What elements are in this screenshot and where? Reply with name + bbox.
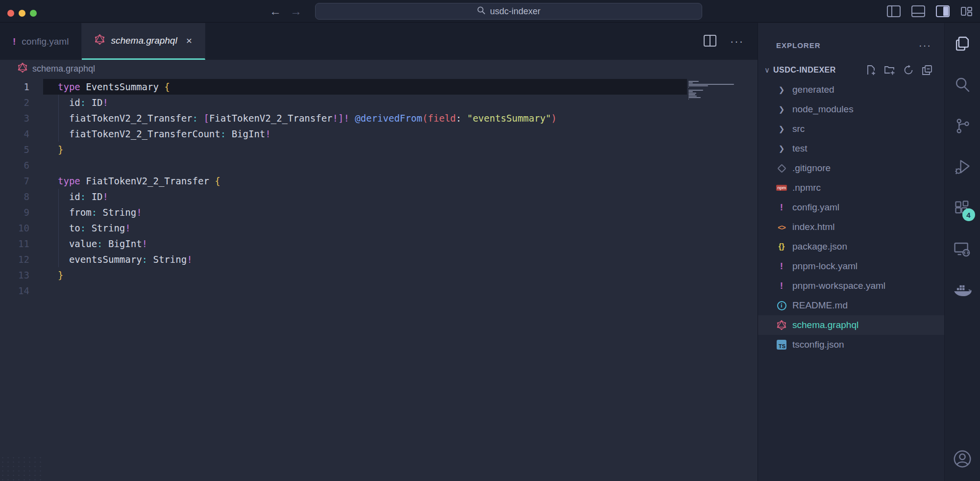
- breadcrumb[interactable]: schema.graphql: [0, 60, 758, 78]
- code-line[interactable]: 14: [0, 283, 758, 299]
- explorer-title: EXPLORER: [776, 41, 821, 50]
- tree-item-label: package.json: [792, 241, 847, 252]
- tree-file--npmrc[interactable]: npm.npmrc: [758, 178, 944, 198]
- workspace-section-header[interactable]: ∨ USDC-INDEXER: [758, 60, 944, 80]
- new-folder-icon[interactable]: [884, 65, 895, 76]
- code-line[interactable]: 11 value: BigInt!: [0, 236, 758, 252]
- minimap-line: [688, 82, 693, 83]
- chevron-right-icon: ❯: [776, 85, 787, 94]
- line-number: 11: [0, 236, 43, 252]
- line-number: 10: [0, 220, 43, 236]
- tree-item-label: .gitignore: [792, 163, 831, 174]
- more-actions-icon[interactable]: ···: [730, 36, 744, 47]
- minimap-line: [688, 84, 734, 85]
- minimap-line: [688, 85, 708, 86]
- run-debug-view-icon[interactable]: [945, 147, 980, 188]
- tree-file-pnpm-lock-yaml[interactable]: !pnpm-lock.yaml: [758, 256, 944, 276]
- close-window-button[interactable]: [7, 10, 14, 17]
- explorer-view-icon[interactable]: [945, 23, 980, 64]
- navigate-forward-button[interactable]: →: [290, 5, 302, 17]
- code-text: }: [43, 267, 687, 283]
- source-control-view-icon[interactable]: [945, 105, 980, 147]
- code-line[interactable]: 13}: [0, 267, 758, 283]
- json-file-icon: {}: [776, 242, 787, 251]
- tree-file-readme-md[interactable]: iREADME.md: [758, 296, 944, 315]
- close-tab-icon[interactable]: ×: [186, 35, 192, 47]
- line-number: 7: [0, 173, 43, 189]
- tab-label: schema.graphql: [111, 35, 177, 46]
- git-file-icon: [776, 165, 787, 172]
- code-line[interactable]: 8 id: ID!: [0, 189, 758, 204]
- code-text: eventsSummary: String!: [43, 252, 687, 267]
- editor-group: ! config.yaml schema.graphql × ···: [0, 23, 758, 481]
- search-view-icon[interactable]: [945, 64, 980, 105]
- code-line[interactable]: 10 to: String!: [0, 220, 758, 236]
- tree-file-pnpm-workspace-yaml[interactable]: !pnpm-workspace.yaml: [758, 276, 944, 296]
- split-editor-icon[interactable]: [704, 35, 716, 49]
- code-text: }: [43, 142, 687, 157]
- navigate-back-button[interactable]: ←: [270, 5, 281, 17]
- code-text: id: ID!: [43, 189, 687, 204]
- code-line[interactable]: 2 id: ID!: [0, 95, 758, 110]
- docker-view-icon[interactable]: [945, 270, 980, 311]
- graphql-file-icon: [18, 63, 27, 75]
- tree-file--gitignore[interactable]: .gitignore: [758, 158, 944, 178]
- line-number: 13: [0, 267, 43, 283]
- minimize-window-button[interactable]: [19, 10, 25, 17]
- code-text: to: String!: [43, 220, 687, 236]
- remote-explorer-view-icon[interactable]: [945, 229, 980, 270]
- code-line[interactable]: 9 from: String!: [0, 204, 758, 220]
- refresh-icon[interactable]: [903, 65, 914, 76]
- explorer-more-actions-icon[interactable]: ···: [919, 40, 931, 50]
- account-icon[interactable]: [945, 437, 980, 481]
- code-line[interactable]: 4 fiatTokenV2_2_TransferCount: BigInt!: [0, 126, 758, 142]
- toggle-secondary-sidebar-icon[interactable]: [936, 5, 950, 17]
- customize-layout-icon[interactable]: [960, 5, 973, 17]
- tree-folder-node-modules[interactable]: ❯node_modules: [758, 100, 944, 119]
- code-line[interactable]: 6: [0, 157, 758, 173]
- zoom-window-button[interactable]: [30, 10, 37, 17]
- code-line[interactable]: 3 fiatTokenV2_2_Transfer: [FiatTokenV2_2…: [0, 110, 758, 126]
- tree-item-label: pnpm-lock.yaml: [792, 261, 858, 272]
- tree-file-schema-graphql[interactable]: schema.graphql: [758, 315, 944, 335]
- tree-item-label: src: [792, 124, 805, 134]
- tree-item-label: generated: [792, 84, 834, 95]
- tree-item-label: node_modules: [792, 104, 854, 115]
- tree-file-config-yaml[interactable]: !config.yaml: [758, 198, 944, 217]
- tab-config-yaml[interactable]: ! config.yaml: [0, 23, 82, 60]
- code-line[interactable]: 12 eventsSummary: String!: [0, 252, 758, 267]
- minimap-line: [688, 91, 693, 92]
- line-number: 3: [0, 110, 43, 126]
- line-number: 4: [0, 126, 43, 142]
- minimap-line: [688, 93, 696, 94]
- code-line[interactable]: 5}: [0, 142, 758, 157]
- minimap[interactable]: [688, 81, 737, 101]
- workspace-name: USDC-INDEXER: [773, 66, 836, 75]
- toggle-primary-sidebar-icon[interactable]: [887, 5, 901, 17]
- toggle-panel-icon[interactable]: [911, 5, 925, 17]
- code-text: value: BigInt!: [43, 236, 687, 252]
- tree-file-tsconfig-json[interactable]: TStsconfig.json: [758, 335, 944, 354]
- tree-file-index-html[interactable]: <>index.html: [758, 217, 944, 237]
- command-center-search[interactable]: usdc-indexer: [315, 3, 702, 20]
- code-line[interactable]: 1type EventsSummary {: [0, 79, 758, 95]
- minimap-line: [688, 90, 703, 91]
- tree-file-package-json[interactable]: {}package.json: [758, 237, 944, 256]
- code-line[interactable]: 7type FiatTokenV2_2_Transfer {: [0, 173, 758, 189]
- tab-schema-graphql[interactable]: schema.graphql ×: [82, 23, 205, 60]
- tree-folder-generated[interactable]: ❯generated: [758, 80, 944, 100]
- line-number: 9: [0, 204, 43, 220]
- new-file-icon[interactable]: [865, 65, 876, 76]
- code-editor[interactable]: 1type EventsSummary {2 id: ID!3 fiatToke…: [0, 78, 758, 299]
- collapse-all-icon[interactable]: [922, 65, 932, 76]
- yaml-file-icon: !: [776, 280, 787, 291]
- yaml-file-icon: !: [776, 202, 787, 213]
- tree-folder-src[interactable]: ❯src: [758, 119, 944, 139]
- yaml-file-icon: !: [13, 36, 16, 47]
- minimap-line: [688, 96, 697, 97]
- titlebar: ← → usdc-indexer: [0, 0, 980, 23]
- breadcrumb-item: schema.graphql: [32, 64, 95, 74]
- tree-folder-test[interactable]: ❯test: [758, 139, 944, 158]
- extensions-view-icon[interactable]: 4: [945, 188, 980, 229]
- minimap-line: [688, 87, 689, 88]
